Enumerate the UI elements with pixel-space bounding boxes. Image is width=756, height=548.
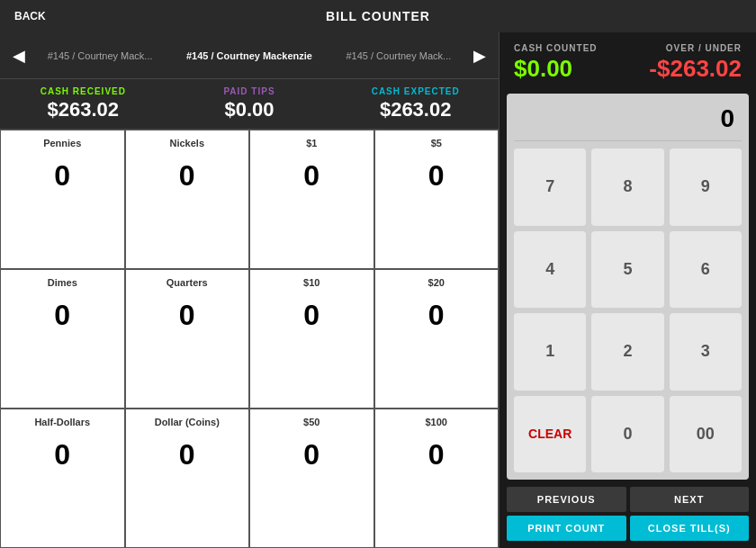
grid-cell-label-5: Quarters <box>166 277 208 288</box>
numpad-8[interactable]: 8 <box>591 148 663 226</box>
grid-cell-label-10: $50 <box>303 417 320 427</box>
grid-cell-value-5: 0 <box>179 299 195 332</box>
cash-received-value: $263.02 <box>0 98 166 121</box>
grid-cell-value-6: 0 <box>303 299 320 332</box>
numpad-0[interactable]: 0 <box>591 396 663 473</box>
numpad-7[interactable]: 7 <box>514 148 586 226</box>
grid-cell-1[interactable]: Nickels0 <box>125 130 250 269</box>
numpad-display: 0 <box>514 101 742 141</box>
grid-cell-11[interactable]: $1000 <box>374 409 500 548</box>
grid-cell-value-7: 0 <box>428 299 445 332</box>
grid-cell-label-7: $20 <box>428 277 445 288</box>
grid-cell-label-1: Nickels <box>169 138 204 148</box>
top-stats: CASH COUNTED $0.00 OVER / UNDER -$263.02 <box>500 32 756 86</box>
cash-counted-value: $0.00 <box>514 55 598 83</box>
summary-cash-received: CASH RECEIVED $263.02 <box>0 86 166 121</box>
carousel-items: #145 / Courtney Mack... #145 / Courtney … <box>31 47 468 65</box>
bottom-buttons: PREVIOUS NEXT PRINT COUNT CLOSE TILL(S) <box>500 487 756 548</box>
bill-grid: Pennies0Nickels0$10$50Dimes0Quarters0$10… <box>0 130 499 548</box>
page-title: BILL COUNTER <box>326 9 430 23</box>
grid-cell-label-6: $10 <box>303 277 320 288</box>
grid-cell-label-0: Pennies <box>43 138 81 148</box>
carousel-next-arrow[interactable]: ▶ <box>468 46 491 66</box>
carousel: ◀ #145 / Courtney Mack... #145 / Courtne… <box>0 32 499 79</box>
numpad-2[interactable]: 2 <box>591 313 663 391</box>
paid-tips-label: PAID TIPS <box>166 86 333 96</box>
grid-cell-value-10: 0 <box>303 438 320 472</box>
grid-cell-value-11: 0 <box>428 438 445 472</box>
numpad-6[interactable]: 6 <box>670 231 742 309</box>
grid-cell-value-2: 0 <box>303 159 320 193</box>
grid-cell-4[interactable]: Dimes0 <box>0 269 125 409</box>
grid-cell-label-8: Half-Dollars <box>34 417 90 427</box>
cash-counted-label: CASH COUNTED <box>514 43 598 53</box>
grid-cell-value-1: 0 <box>179 159 195 193</box>
grid-cell-label-4: Dimes <box>48 277 77 288</box>
grid-cell-value-0: 0 <box>54 159 70 193</box>
grid-cell-0[interactable]: Pennies0 <box>0 130 125 269</box>
summary-row: CASH RECEIVED $263.02 PAID TIPS $0.00 CA… <box>0 79 499 130</box>
grid-cell-6[interactable]: $100 <box>249 269 374 409</box>
grid-cell-value-4: 0 <box>54 299 70 332</box>
cash-received-label: CASH RECEIVED <box>0 86 166 96</box>
next-button[interactable]: NEXT <box>630 487 750 512</box>
main-layout: ◀ #145 / Courtney Mack... #145 / Courtne… <box>0 32 756 548</box>
right-panel: CASH COUNTED $0.00 OVER / UNDER -$263.02… <box>500 32 756 548</box>
cash-expected-value: $263.02 <box>332 98 499 121</box>
carousel-item-2[interactable]: #145 / Courtney Mack... <box>338 47 458 65</box>
back-button[interactable]: BACK <box>14 10 46 22</box>
grid-cell-value-8: 0 <box>54 438 70 472</box>
grid-cell-7[interactable]: $200 <box>374 269 500 409</box>
grid-cell-value-3: 0 <box>428 159 445 193</box>
grid-cell-3[interactable]: $50 <box>374 130 500 269</box>
paid-tips-value: $0.00 <box>166 98 333 121</box>
carousel-prev-arrow[interactable]: ◀ <box>7 46 31 66</box>
numpad-00[interactable]: 00 <box>670 396 742 473</box>
grid-cell-label-3: $5 <box>431 138 442 148</box>
carousel-item-1[interactable]: #145 / Courtney Mackenzie <box>179 47 320 65</box>
cash-expected-label: CASH EXPECTED <box>332 86 499 96</box>
left-panel: ◀ #145 / Courtney Mack... #145 / Courtne… <box>0 32 500 548</box>
numpad-4[interactable]: 4 <box>514 231 586 309</box>
grid-cell-2[interactable]: $10 <box>249 130 374 269</box>
over-under-value: -$263.02 <box>649 55 742 83</box>
numpad-9[interactable]: 9 <box>670 148 742 226</box>
over-under-block: OVER / UNDER -$263.02 <box>649 43 742 83</box>
print-close-row: PRINT COUNT CLOSE TILL(S) <box>507 516 749 541</box>
grid-cell-label-9: Dollar (Coins) <box>155 417 220 427</box>
grid-cell-8[interactable]: Half-Dollars0 <box>0 409 125 548</box>
previous-button[interactable]: PREVIOUS <box>507 487 626 512</box>
over-under-label: OVER / UNDER <box>649 43 742 53</box>
grid-cell-label-11: $100 <box>426 417 447 427</box>
grid-cell-10[interactable]: $500 <box>249 409 374 548</box>
numpad-clear[interactable]: CLEAR <box>514 396 586 473</box>
grid-cell-5[interactable]: Quarters0 <box>125 269 250 409</box>
print-count-button[interactable]: PRINT COUNT <box>507 516 626 541</box>
close-till-button[interactable]: CLOSE TILL(S) <box>630 516 750 541</box>
grid-cell-value-9: 0 <box>179 438 195 472</box>
grid-cell-label-2: $1 <box>306 138 317 148</box>
numpad-area: 0 7 8 9 4 5 6 1 2 3 CLEAR 0 00 <box>507 94 749 480</box>
carousel-item-0[interactable]: #145 / Courtney Mack... <box>40 47 160 65</box>
cash-counted-block: CASH COUNTED $0.00 <box>514 43 598 83</box>
numpad-1[interactable]: 1 <box>514 313 586 391</box>
numpad-grid: 7 8 9 4 5 6 1 2 3 CLEAR 0 00 <box>514 148 742 472</box>
summary-paid-tips: PAID TIPS $0.00 <box>166 86 333 121</box>
numpad-3[interactable]: 3 <box>670 313 742 391</box>
summary-cash-expected: CASH EXPECTED $263.02 <box>332 86 499 121</box>
numpad-5[interactable]: 5 <box>591 231 663 309</box>
header: BACK BILL COUNTER <box>0 0 756 32</box>
grid-cell-9[interactable]: Dollar (Coins)0 <box>125 409 250 548</box>
prev-next-row: PREVIOUS NEXT <box>507 487 749 512</box>
